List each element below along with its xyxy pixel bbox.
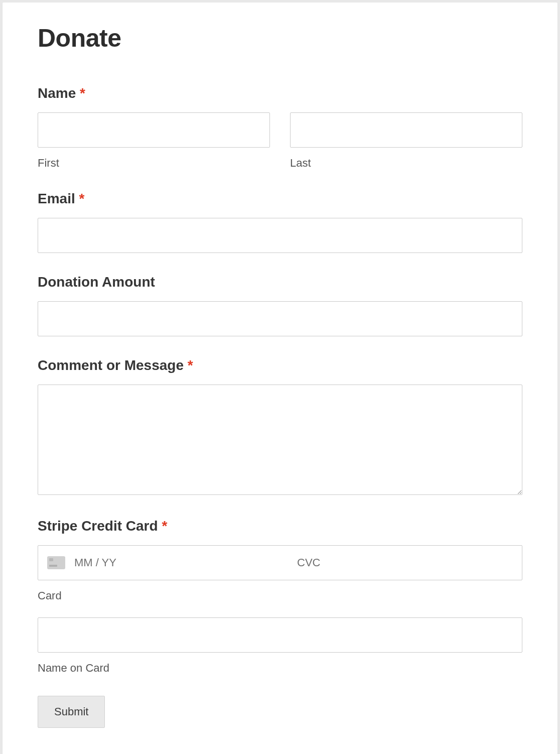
last-name-sublabel: Last xyxy=(290,157,522,170)
card-sublabel: Card xyxy=(38,589,522,602)
stripe-label-text: Stripe Credit Card xyxy=(38,518,158,534)
comment-label: Comment or Message * xyxy=(38,357,522,373)
required-mark: * xyxy=(79,191,84,206)
required-mark: * xyxy=(188,357,193,373)
required-mark: * xyxy=(162,518,167,534)
required-mark: * xyxy=(80,85,85,101)
name-field-group: Name * First Last xyxy=(38,85,522,170)
card-cvc-input[interactable] xyxy=(297,556,513,569)
donation-amount-label: Donation Amount xyxy=(38,274,522,290)
submit-button[interactable]: Submit xyxy=(38,696,105,728)
donation-amount-field-group: Donation Amount xyxy=(38,274,522,336)
email-label: Email * xyxy=(38,191,522,207)
email-input[interactable] xyxy=(38,218,522,253)
credit-card-icon xyxy=(47,556,65,569)
stripe-card-element[interactable] xyxy=(38,545,522,580)
name-on-card-input[interactable] xyxy=(38,617,522,653)
first-name-sublabel: First xyxy=(38,157,270,170)
name-label-text: Name xyxy=(38,85,76,101)
name-label: Name * xyxy=(38,85,522,101)
email-field-group: Email * xyxy=(38,191,522,253)
card-expiry-input[interactable] xyxy=(74,556,290,569)
last-name-input[interactable] xyxy=(290,112,522,148)
donate-form-card: Donate Name * First Last Email * Donatio… xyxy=(3,3,557,754)
first-name-input[interactable] xyxy=(38,112,270,148)
comment-label-text: Comment or Message xyxy=(38,357,184,373)
stripe-field-group: Stripe Credit Card * Card Name on Card xyxy=(38,518,522,675)
page-title: Donate xyxy=(38,24,522,53)
email-label-text: Email xyxy=(38,191,75,206)
comment-field-group: Comment or Message * xyxy=(38,357,522,497)
name-on-card-sublabel: Name on Card xyxy=(38,662,522,675)
stripe-label: Stripe Credit Card * xyxy=(38,518,522,534)
donation-amount-input[interactable] xyxy=(38,301,522,336)
comment-textarea[interactable] xyxy=(38,385,522,495)
